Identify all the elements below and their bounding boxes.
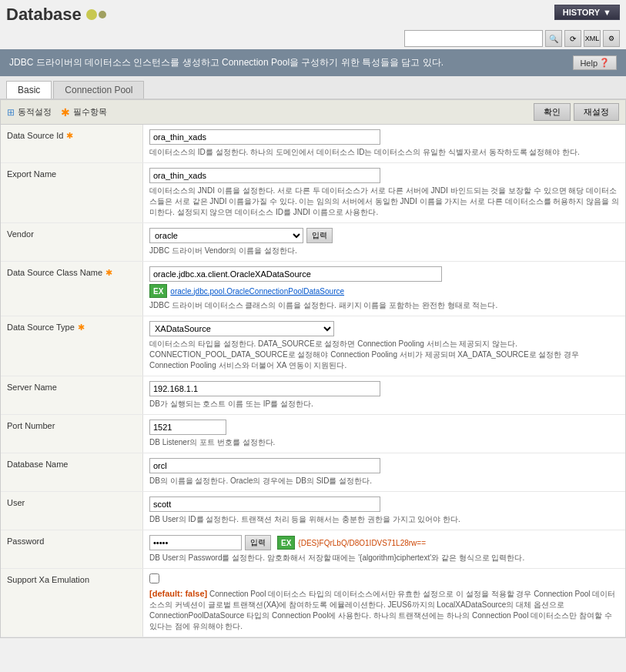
label-data-source-type: Data Source Type ✱ [1,316,143,376]
user-input[interactable] [149,496,380,512]
required-marker: ✱ [105,268,112,278]
search-icon: 🔍 [549,35,558,43]
password-enc-value: {DES}FQrLbQ/D8O1IDVS71L28rw== [298,539,426,547]
label-server-name: Server Name [1,376,143,414]
subheader-left: ⊞ 동적설정 ✱ 필수항목 [7,106,107,119]
content-data-source-type: XADataSource 데이터소스의 타입을 설정한다. DATA_SOURC… [143,316,625,376]
data-source-id-desc: 데이터소스의 ID를 설정한다. 하나의 도메인에서 데이터소스 ID는 데이터… [149,147,619,158]
search-input[interactable] [404,30,543,47]
vendor-desc: JDBC 드라이버 Vendor의 이름을 설정한다. [149,246,619,256]
content-export-name: 데이터소스의 JNDI 이름을 설정한다. 서로 다른 두 데이터소스가 서로 … [143,163,625,222]
tab-basic[interactable]: Basic [6,81,52,99]
dynamic-label: 동적설정 [18,106,52,118]
settings-icon: ⚙ [608,35,614,42]
info-bar: JDBC 드라이버의 데이터소스 인스턴스를 생성하고 Connection P… [0,49,626,76]
search-button[interactable]: 🔍 [545,30,562,47]
content-support-xa-emulation: [default: false] Connection Pool 데이터소스 타… [143,569,625,637]
field-database-name: Database Name DB의 이름을 설정한다. Oracle의 경우에는… [1,453,625,492]
server-name-desc: DB가 실행되는 호스트 이름 또는 IP를 설정한다. [149,399,619,410]
password-desc: DB User의 Password를 설정한다. 암호화해서 저장할 때에는 '… [149,553,619,563]
decoration-dot2 [99,11,106,18]
export-name-desc: 데이터소스의 JNDI 이름을 설정한다. 서로 다른 두 데이터소스가 서로 … [149,186,619,218]
content-vendor: oracle 입력 JDBC 드라이버 Vendor의 이름을 설정한다. [143,223,625,261]
data-source-type-desc: 데이터소스의 타입을 설정한다. DATA_SOURCE로 설정하면 Conne… [149,339,619,371]
content-port-number: DB Listener의 포트 번호를 설정한다. [143,415,625,453]
vendor-input-row: oracle 입력 [149,228,619,243]
header: Database HISTORY ▼ [0,0,626,28]
history-button[interactable]: HISTORY ▼ [554,5,620,20]
label-database-name: Database Name [1,453,143,491]
content-user: DB User의 ID를 설정한다. 트랜잭션 처리 등을 위해서는 충분한 권… [143,492,625,530]
vendor-select[interactable]: oracle [149,228,303,243]
field-data-source-type: Data Source Type ✱ XADataSource 데이터소스의 타… [1,316,625,376]
chevron-down-icon: ▼ [603,8,611,17]
export-name-input[interactable] [149,168,380,183]
field-server-name: Server Name DB가 실행되는 호스트 이름 또는 IP를 설정한다. [1,376,625,415]
port-number-desc: DB Listener의 포트 번호를 설정한다. [149,437,619,448]
database-name-desc: DB의 이름을 설정한다. Oracle의 경우에는 DB의 SID를 설정한다… [149,476,619,486]
default-label: [default: false] [149,589,207,598]
class-name-desc: JDBC 드라이버 데이터소스 클래스의 이름을 설정한다. 패키지 이름을 포… [149,300,619,311]
field-export-name: Export Name 데이터소스의 JNDI 이름을 설정한다. 서로 다른 … [1,163,625,223]
field-vendor: Vendor oracle 입력 JDBC 드라이버 Vendor의 이름을 설… [1,223,625,262]
required-icon: ✱ [61,106,70,119]
toolbar: 🔍 ⟳ XML ⚙ [0,28,626,49]
class-name-ex-button[interactable]: EX [149,284,167,298]
dynamic-icon: ⊞ [7,107,15,118]
password-input-row: 입력 EX {DES}FQrLbQ/D8O1IDVS71L28rw== [149,535,619,550]
field-data-source-id: Data Source Id ✱ 데이터소스의 ID를 설정한다. 하나의 도메… [1,125,625,163]
confirm-button[interactable]: 확인 [534,103,571,121]
label-data-source-class-name: Data Source Class Name ✱ [1,262,143,316]
port-number-input[interactable] [149,420,226,435]
dynamic-setting-item: ⊞ 동적설정 [7,106,52,118]
required-label: 필수항목 [73,106,107,118]
database-name-input[interactable] [149,458,380,473]
field-data-source-class-name: Data Source Class Name ✱ EX oracle.jdbc.… [1,262,625,316]
server-name-input[interactable] [149,381,380,396]
label-vendor: Vendor [1,223,143,261]
content-password: 입력 EX {DES}FQrLbQ/D8O1IDVS71L28rw== DB U… [143,530,625,568]
form-subheader: ⊞ 동적설정 ✱ 필수항목 확인 재설정 [1,100,625,125]
support-xa-emulation-text: Connection Pool 데이터소스 타입의 데이터소스에서만 유효한 설… [149,590,615,630]
refresh-icon: ⟳ [570,35,576,43]
user-desc: DB User의 ID를 설정한다. 트랜잭션 처리 등을 위해서는 충분한 권… [149,514,619,525]
support-xa-emulation-checkbox[interactable] [149,573,159,583]
help-button[interactable]: Help ❓ [573,55,617,70]
export-button[interactable]: XML [584,30,601,47]
label-port-number: Port Number [1,415,143,453]
data-source-id-input[interactable] [149,129,380,145]
label-export-name: Export Name [1,163,143,222]
export-icon: XML [585,35,600,42]
info-text: JDBC 드라이버의 데이터소스 인스턴스를 생성하고 Connection P… [9,56,444,69]
tabs-container: Basic Connection Pool [0,76,626,99]
help-label: Help [580,59,598,68]
required-marker: ✱ [78,323,85,333]
content-server-name: DB가 실행되는 호스트 이름 또는 IP를 설정한다. [143,376,625,414]
content-database-name: DB의 이름을 설정한다. Oracle의 경우에는 DB의 SID를 설정한다… [143,453,625,491]
password-input-button[interactable]: 입력 [245,535,271,550]
data-source-type-select[interactable]: XADataSource [149,321,334,336]
form-area: ⊞ 동적설정 ✱ 필수항목 확인 재설정 Data Source Id ✱ 데이… [0,99,626,638]
tab-connection-pool[interactable]: Connection Pool [53,81,144,99]
title-text: Database [6,5,82,25]
vendor-input-button[interactable]: 입력 [306,228,333,243]
content-data-source-class-name: EX oracle.jdbc.pool.OracleConnectionPool… [143,262,625,316]
class-name-example-link[interactable]: oracle.jdbc.pool.OracleConnectionPoolDat… [170,287,344,296]
content-data-source-id: 데이터소스의 ID를 설정한다. 하나의 도메인에서 데이터소스 ID는 데이터… [143,125,625,162]
subheader-buttons: 확인 재설정 [534,103,619,121]
support-xa-emulation-desc: [default: false] Connection Pool 데이터소스 타… [149,588,619,632]
page-title: Database [6,5,106,25]
reset-button[interactable]: 재설정 [574,103,619,121]
refresh-button[interactable]: ⟳ [564,30,581,47]
decoration-dot1 [86,9,97,20]
password-enc-button[interactable]: EX [277,536,295,550]
label-support-xa-emulation: Support Xa Emulation [1,569,143,637]
help-icon: ❓ [599,58,610,68]
field-support-xa-emulation: Support Xa Emulation [default: false] Co… [1,569,625,637]
required-item: ✱ 필수항목 [61,106,107,119]
label-user: User [1,492,143,530]
label-password: Password [1,530,143,568]
password-input[interactable] [149,535,242,550]
settings-button[interactable]: ⚙ [603,30,620,47]
class-name-input[interactable] [149,266,442,282]
